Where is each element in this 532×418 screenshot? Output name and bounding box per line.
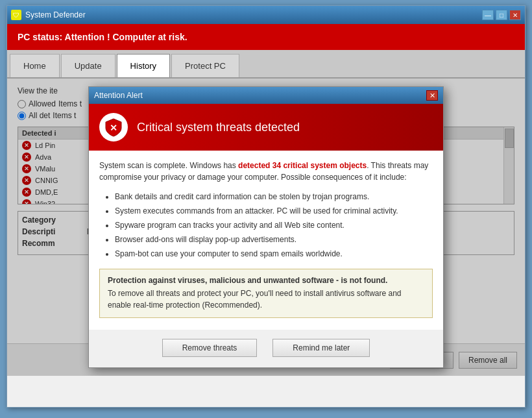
tab-home[interactable]: Home — [10, 54, 60, 77]
dialog-body: System scan is complete. Windows has det… — [89, 151, 443, 330]
bullet-4: Browser add-ons will display pop-up adve… — [115, 234, 433, 245]
dialog-intro: System scan is complete. Windows has det… — [99, 160, 433, 183]
title-bar-left: 🛡 System Defender — [11, 10, 86, 20]
nav-tabs: Home Update History Protect PC — [7, 50, 525, 79]
bullet-2: System executes commands from an attacke… — [115, 205, 433, 217]
content-area: View the ite Allowed Items t All det Ite… — [7, 79, 525, 376]
main-window: 🛡 System Defender — □ ✕ PC status: Atten… — [6, 5, 526, 408]
bullet-5: Spam-bot can use your computer to send s… — [115, 248, 433, 260]
dialog-footer: Remove threats Remind me later — [89, 330, 443, 367]
remove-threats-button[interactable]: Remove threats — [162, 339, 258, 357]
dialog-header-title: Critical system threats detected — [137, 121, 300, 134]
maximize-button[interactable]: □ — [496, 10, 507, 20]
tab-update[interactable]: Update — [61, 54, 115, 77]
status-text: PC status: Attention ! Computer at risk. — [18, 32, 187, 42]
window-title: System Defender — [25, 10, 86, 19]
dialog-header: ✕ Critical system threats detected — [89, 104, 443, 151]
dialog-overlay: Attention Alert ✕ ✕ Critical system thre… — [7, 79, 525, 376]
shield-icon: ✕ — [104, 117, 123, 137]
attention-alert-dialog: Attention Alert ✕ ✕ Critical system thre… — [88, 86, 444, 368]
minimize-button[interactable]: — — [482, 10, 494, 20]
dialog-bullets: Bank details and credit card information… — [99, 191, 433, 260]
tab-protect[interactable]: Protect PC — [171, 54, 239, 77]
warning-box: Protection against viruses, malicious an… — [99, 269, 433, 318]
title-bar: 🛡 System Defender — □ ✕ — [7, 6, 525, 24]
tab-history[interactable]: History — [117, 54, 170, 77]
window-controls: — □ ✕ — [482, 10, 521, 20]
remind-later-button[interactable]: Remind me later — [272, 339, 370, 357]
dialog-title: Attention Alert — [94, 91, 143, 100]
bullet-3: Spyware program can tracks your activity… — [115, 219, 433, 231]
shield-icon-wrap: ✕ — [99, 113, 128, 141]
svg-text:✕: ✕ — [110, 123, 117, 133]
highlight-text: detected 34 critical system objects — [238, 161, 367, 170]
dialog-close-button[interactable]: ✕ — [426, 90, 438, 101]
bullet-1: Bank details and credit card information… — [115, 191, 433, 203]
warning-title: Protection against viruses, malicious an… — [108, 276, 424, 285]
app-icon: 🛡 — [11, 10, 21, 20]
close-button[interactable]: ✕ — [509, 10, 521, 20]
warning-text: To remove all threats and protect your P… — [108, 288, 424, 311]
dialog-title-bar: Attention Alert ✕ — [89, 87, 443, 104]
status-bar: PC status: Attention ! Computer at risk. — [7, 24, 525, 50]
